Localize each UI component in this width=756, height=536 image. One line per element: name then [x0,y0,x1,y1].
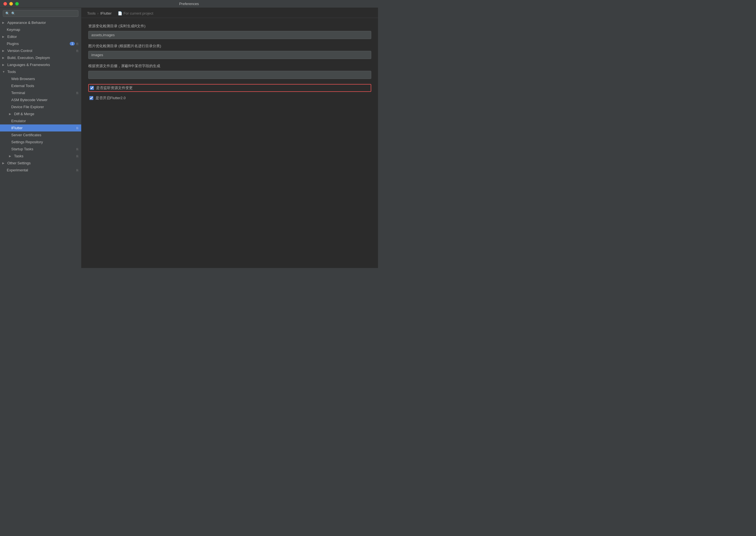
copy-icon: ⎘ [77,49,79,52]
breadcrumb-separator: › [97,11,98,16]
sidebar-item-experimental[interactable]: Experimental ⎘ [0,167,81,174]
sidebar-item-label: Other Settings [7,161,31,165]
checkbox2-label[interactable]: 是否开启Flutter2.0 [95,95,126,101]
sidebar-item-terminal[interactable]: Terminal ⎘ [0,89,81,96]
chevron-icon: ▶ [2,49,6,52]
chevron-icon: ▶ [2,56,6,59]
sidebar-item-tools[interactable]: ▼ Tools [0,68,81,75]
sidebar-item-label: Device File Explorer [11,105,44,109]
sidebar-item-diff-merge[interactable]: ▶ Diff & Merge [0,111,81,117]
sidebar-item-device-file-explorer[interactable]: Device File Explorer [0,103,81,111]
field2-input[interactable] [88,51,371,59]
sidebar-item-startup-tasks[interactable]: Startup Tasks ⎘ [0,146,81,152]
copy-icon: ⎘ [77,169,79,172]
sidebar-item-label: Experimental [7,168,28,172]
sidebar-item-label: External Tools [11,84,34,88]
chevron-icon: ▶ [2,63,6,66]
sidebar-item-emulator[interactable]: Emulator [0,117,81,124]
search-box[interactable]: 🔍 [3,10,79,17]
checkbox1-label[interactable]: 是否监听资源文件变更 [96,85,133,90]
chevron-icon: ▼ [2,70,6,73]
breadcrumb-parent: Tools [87,11,95,16]
sidebar-item-label: Server Certificates [11,133,41,137]
sidebar-item-label: Diff & Merge [14,112,34,116]
sidebar-item-languages-frameworks[interactable]: ▶ Languages & Frameworks [0,61,81,68]
search-input[interactable] [11,12,76,16]
for-project-link[interactable]: 📄 For current project [118,11,153,16]
sidebar-item-iflutter[interactable]: IFlutter ⎘ [0,124,81,131]
breadcrumb: Tools › IFlutter 📄 For current project [82,8,378,18]
sidebar-item-label: Tasks [14,154,23,158]
sidebar-item-label: Appearance & Behavior [7,20,46,25]
chevron-icon: ▶ [9,154,12,157]
copy-icon: ⎘ [77,154,79,158]
field1-label: 资源变化检测目录 (实时生成R文件) [88,23,371,29]
page-icon: 📄 [118,11,122,16]
sidebar-item-other-settings[interactable]: ▶ Other Settings [0,159,81,167]
copy-icon: ⎘ [77,148,79,151]
field3-label: 根据资源文件后缀，屏蔽R中某些字段的生成 [88,63,371,69]
sidebar-item-editor[interactable]: ▶ Editor [0,33,81,40]
sidebar-item-label: IFlutter [11,126,22,130]
sidebar-item-tasks[interactable]: ▶ Tasks ⎘ [0,152,81,159]
search-icon: 🔍 [5,12,10,16]
sidebar-item-plugins[interactable]: Plugins 1 ⎘ [0,40,81,47]
sidebar-item-external-tools[interactable]: External Tools [0,82,81,89]
sidebar-item-label: Editor [7,35,17,39]
sidebar-item-label: Startup Tasks [11,147,33,151]
for-project-label: For current project [123,11,153,16]
sidebar-item-label: Plugins [7,42,19,46]
sidebar-item-label: ASM Bytecode Viewer [11,98,48,102]
sidebar-item-label: Settings Repository [11,140,43,144]
checkbox1-row: 是否监听资源文件变更 [88,84,371,92]
copy-icon: ⎘ [77,126,79,130]
field2-label: 图片优化检测目录 (根据图片名进行目录分类) [88,44,371,49]
maximize-button[interactable] [15,2,19,6]
sidebar-item-server-certificates[interactable]: Server Certificates [0,131,81,139]
breadcrumb-current: IFlutter [100,11,112,16]
sidebar-item-label: Languages & Frameworks [7,63,50,67]
sidebar-item-label: Terminal [11,91,25,95]
copy-icon: ⎘ [77,91,79,95]
checkbox1-input[interactable] [90,86,94,90]
field3-input[interactable] [88,71,371,79]
chevron-icon: ▶ [2,21,6,24]
sidebar-item-label: Web Browsers [11,77,35,81]
checkbox2-row: 是否开启Flutter2.0 [88,95,371,101]
form-area: 资源变化检测目录 (实时生成R文件) 图片优化检测目录 (根据图片名进行目录分类… [82,18,378,268]
chevron-icon: ▶ [2,35,6,38]
title-bar: Preferences [0,0,378,8]
close-button[interactable] [3,2,7,6]
sidebar-item-build-execution[interactable]: ▶ Build, Execution, Deploym [0,54,81,61]
sidebar-item-keymap[interactable]: Keymap [0,26,81,33]
sidebar-item-label: Tools [7,70,16,74]
sidebar-item-label: Version Control [7,49,32,53]
window-title: Preferences [179,2,199,6]
sidebar-item-version-control[interactable]: ▶ Version Control ⎘ [0,47,81,54]
sidebar-item-label: Emulator [11,119,26,123]
sidebar: 🔍 ▶ Appearance & Behavior Keymap ▶ Edito… [0,8,82,268]
sidebar-item-web-browsers[interactable]: Web Browsers [0,75,81,82]
minimize-button[interactable] [9,2,13,6]
copy-icon: ⎘ [77,42,79,46]
field1-input[interactable] [88,31,371,39]
content-area: Tools › IFlutter 📄 For current project 资… [82,8,378,268]
chevron-icon: ▶ [9,112,12,116]
sidebar-item-asm-bytecode[interactable]: ASM Bytecode Viewer [0,96,81,103]
plugins-badge: 1 [70,42,75,46]
sidebar-item-appearance-behavior[interactable]: ▶ Appearance & Behavior [0,19,81,26]
sidebar-item-label: Build, Execution, Deploym [7,56,50,60]
chevron-icon: ▶ [2,161,6,165]
sidebar-item-label: Keymap [7,27,20,32]
checkbox2-input[interactable] [89,96,93,100]
window-controls[interactable] [3,2,19,6]
sidebar-item-settings-repository[interactable]: Settings Repository [0,139,81,146]
